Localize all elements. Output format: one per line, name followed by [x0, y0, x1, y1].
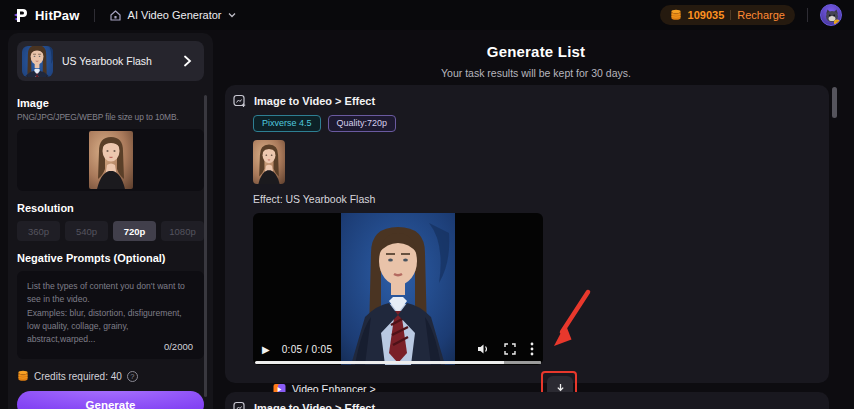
resolution-720p-button[interactable]: 720p [113, 221, 156, 241]
main-scrollbar[interactable] [832, 87, 837, 118]
brand: HitPaw [12, 7, 80, 24]
brand-name: HitPaw [35, 8, 80, 23]
image-section-title: Image [17, 97, 204, 109]
video-progress-bar[interactable] [255, 361, 541, 364]
video-player[interactable]: ▶ 0:05 / 0:05 [253, 213, 543, 365]
character-counter: 0/2000 [164, 341, 193, 352]
effect-thumbnail [22, 46, 53, 77]
fullscreen-icon[interactable] [504, 343, 516, 355]
task-type-label: Image to Video > Effect [254, 402, 375, 409]
source-image-thumbnail[interactable] [253, 140, 285, 184]
resolution-1080p-button[interactable]: 1080p [161, 221, 204, 241]
effect-used-label: Effect: US Yearbook Flash [253, 193, 813, 205]
negative-prompts-placeholder: List the types of content you don't want… [27, 280, 194, 347]
resolution-options: 360p 540p 720p 1080p [17, 221, 204, 241]
resolution-section-title: Resolution [17, 202, 204, 214]
generate-button[interactable]: Generate [17, 391, 204, 409]
image-upload-area[interactable] [17, 129, 204, 191]
topbar-divider [94, 9, 95, 22]
player-right-controls [477, 342, 534, 356]
progress-tail [504, 361, 541, 364]
credits-pill[interactable]: 109035 Recharge [660, 5, 795, 25]
image-format-hint: PNG/JPG/JPEG/WEBP file size up to 10MB. [17, 112, 204, 122]
play-button[interactable]: ▶ [262, 344, 270, 355]
card-header: Image to Video > Effect [233, 401, 813, 409]
coin-stack-icon [17, 370, 29, 382]
result-card: Image to Video > Effect [225, 392, 829, 409]
help-icon[interactable]: ? [127, 371, 138, 382]
chevron-right-icon [183, 55, 192, 67]
hitpaw-logo-icon [12, 7, 29, 24]
credits-balance: 109035 [688, 9, 725, 21]
kebab-menu-icon[interactable] [530, 342, 534, 356]
player-controls: ▶ 0:05 / 0:05 [262, 342, 534, 356]
page-subtitle: Your task results will be kept for 30 da… [218, 67, 854, 79]
home-icon [109, 9, 122, 22]
app-switcher[interactable]: AI Video Generator [109, 9, 236, 22]
effect-name-label: US Yearbook Flash [62, 55, 152, 67]
current-app-label: AI Video Generator [128, 9, 222, 21]
volume-icon[interactable] [477, 343, 490, 355]
card-body: Pixverse 4.5 Quality:720p Effect: US Yea… [253, 115, 813, 402]
quality-tag: Quality:720p [328, 115, 397, 132]
task-type-label: Image to Video > Effect [254, 95, 375, 107]
avatar-character-icon [821, 5, 842, 26]
credits-required-label: Credits required: 40 [34, 371, 122, 382]
uploaded-photo-thumbnail [89, 131, 133, 189]
topbar-divider-2 [807, 8, 808, 22]
tag-row: Pixverse 4.5 Quality:720p [253, 115, 813, 132]
sidebar-scrollbar[interactable] [204, 95, 207, 397]
model-tag: Pixverse 4.5 [253, 115, 321, 132]
negative-prompts-input[interactable]: List the types of content you don't want… [17, 271, 204, 359]
coin-stack-icon [670, 9, 682, 21]
user-avatar[interactable] [820, 4, 842, 26]
negative-prompts-title: Negative Prompts (Optional) [17, 252, 204, 264]
topbar-right: 109035 Recharge [660, 4, 842, 26]
topbar: HitPaw AI Video Generator 109035 Recharg… [0, 0, 854, 30]
generate-list-panel: Generate List Your task results will be … [218, 30, 854, 409]
recharge-link[interactable]: Recharge [737, 9, 785, 21]
image-to-video-icon [233, 401, 247, 409]
sidebar: US Yearbook Flash Image PNG/JPG/JPEG/WEB… [8, 33, 213, 409]
selected-effect-item[interactable]: US Yearbook Flash [17, 41, 204, 81]
resolution-360p-button[interactable]: 360p [17, 221, 60, 241]
result-card: Image to Video > Effect Pixverse 4.5 Qua… [225, 85, 829, 383]
image-to-video-icon [233, 94, 247, 108]
pill-divider [730, 10, 731, 20]
time-display: 0:05 / 0:05 [282, 344, 333, 355]
resolution-540p-button[interactable]: 540p [65, 221, 108, 241]
credits-required-row: Credits required: 40 ? [17, 370, 204, 382]
hitpaw-app: { "topbar": { "brand": "HitPaw", "nav_la… [0, 0, 854, 409]
card-header: Image to Video > Effect [233, 94, 813, 108]
page-title: Generate List [218, 43, 854, 60]
chevron-down-icon [228, 12, 236, 18]
